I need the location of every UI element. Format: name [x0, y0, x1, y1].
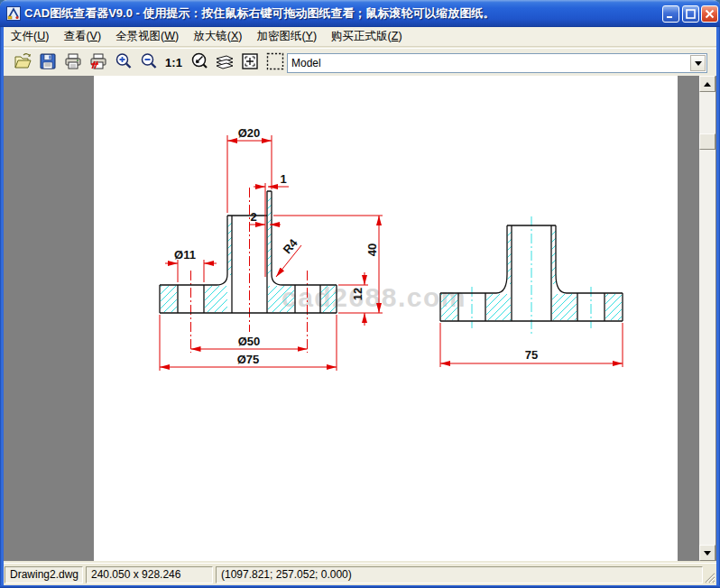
menu-view[interactable]: 查看(V) [56, 27, 108, 46]
combobox-dropdown-button[interactable] [690, 55, 706, 71]
dim-label-height: 40 [365, 243, 379, 256]
selection-rectangle-icon [264, 51, 286, 75]
status-bar: Drawing2.dwg 240.050 x 928.246 (1097.821… [4, 563, 716, 585]
print-setup-button[interactable] [86, 51, 110, 75]
watermark-text: cad2688.com [282, 282, 466, 312]
dim-label-hole-diameter: Ø11 [174, 248, 196, 262]
magnifier-arrow-icon [189, 51, 210, 75]
resize-grip[interactable] [703, 571, 715, 583]
cad-drawing: cad2688.com [94, 76, 678, 561]
status-extents: 240.050 x 928.246 [86, 566, 213, 583]
zoom-out-icon [138, 51, 160, 75]
menu-magnifier[interactable]: 放大镜(X) [186, 27, 249, 46]
dim-label-outer-diameter: Ø75 [237, 353, 260, 366]
window-border-left [0, 0, 4, 588]
status-filename: Drawing2.dwg [5, 566, 83, 583]
dim-label-side-width: 75 [525, 348, 538, 362]
printer-icon [62, 51, 84, 75]
layers-button[interactable] [212, 51, 236, 75]
scrollbar-thumb[interactable] [699, 133, 715, 150]
maximize-button[interactable] [682, 5, 699, 23]
menu-buy-full-version[interactable]: 购买正式版(Z) [324, 27, 409, 46]
vertical-scrollbar[interactable] [699, 76, 715, 561]
app-window: CAD图纸查看器V9.0 - 使用提示：按住鼠标右键可拖动图纸查看；鼠标滚轮可以… [0, 0, 720, 588]
open-file-button[interactable] [10, 51, 34, 75]
menu-file[interactable]: 文件(U) [4, 27, 56, 46]
dim-label-wall: 2 [250, 210, 256, 224]
scroll-up-button[interactable] [699, 76, 715, 92]
dim-label-lip: 1 [280, 172, 286, 186]
pan-zoom-button[interactable] [187, 51, 211, 75]
zoom-out-button[interactable] [136, 51, 161, 75]
zoom-in-icon [113, 51, 134, 75]
window-title: CAD图纸查看器V9.0 - 使用提示：按住鼠标右键可拖动图纸查看；鼠标滚轮可以… [24, 0, 494, 26]
fit-extents-icon [239, 51, 261, 75]
layout-combobox[interactable]: Model [287, 53, 707, 73]
dim-label-bolt-circle: Ø50 [238, 335, 261, 348]
dim-label-fillet-radius: R4 [280, 235, 300, 256]
close-button[interactable] [701, 5, 718, 23]
one-to-one-label: 1:1 [165, 56, 182, 69]
chevron-down-icon [695, 61, 702, 66]
print-button[interactable] [60, 51, 85, 75]
menu-panorama[interactable]: 全景视图(W) [108, 27, 186, 46]
scroll-up-arrow-icon [704, 82, 711, 87]
open-folder-icon [12, 51, 33, 75]
minimize-button[interactable] [662, 5, 679, 23]
scroll-down-button[interactable] [699, 545, 715, 561]
status-coordinates: (1097.821; 257.052; 0.000) [216, 566, 703, 583]
menu-encrypt[interactable]: 加密图纸(Y) [249, 27, 324, 46]
zoom-window-button[interactable] [263, 51, 287, 75]
toolbar: 1:1 [4, 48, 716, 76]
window-border-right [716, 0, 720, 588]
app-icon [6, 6, 21, 21]
zoom-in-button[interactable] [111, 51, 135, 75]
layers-icon [214, 51, 235, 75]
title-bar[interactable]: CAD图纸查看器V9.0 - 使用提示：按住鼠标右键可拖动图纸查看；鼠标滚轮可以… [0, 0, 720, 27]
drawing-canvas[interactable]: cad2688.com [4, 76, 716, 561]
dim-label-flange-thickness: 12 [351, 288, 365, 300]
save-floppy-icon [37, 51, 59, 75]
save-button[interactable] [35, 51, 60, 75]
layout-combobox-value: Model [288, 57, 690, 69]
zoom-actual-size-button[interactable]: 1:1 [162, 51, 186, 75]
printer-restricted-icon [88, 51, 109, 75]
red-centerlines [191, 188, 308, 353]
menu-bar: 文件(U) 查看(V) 全景视图(W) 放大镜(X) 加密图纸(Y) 购买正式版… [4, 27, 716, 47]
drawing-paper[interactable]: cad2688.com [94, 76, 678, 561]
fit-to-window-button[interactable] [237, 51, 262, 75]
dim-label-top-diameter: Ø20 [238, 126, 261, 140]
scroll-down-arrow-icon [704, 551, 711, 556]
